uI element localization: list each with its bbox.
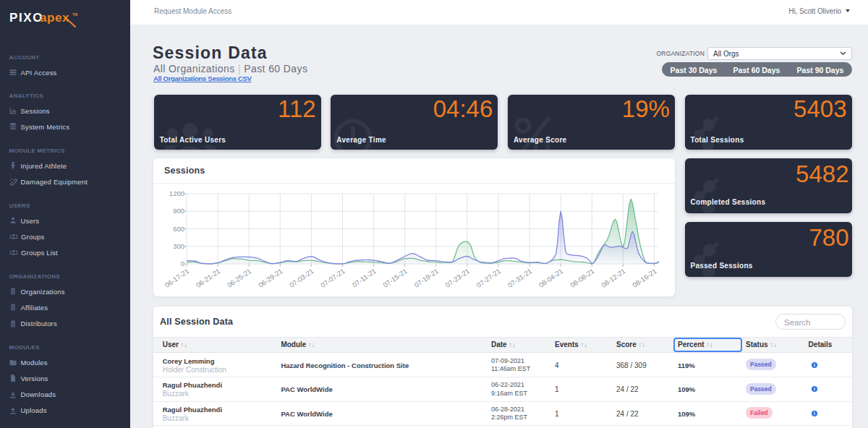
- svg-text:06-25-21: 06-25-21: [226, 267, 252, 289]
- svg-text:07-03-21: 07-03-21: [288, 267, 315, 289]
- svg-text:07-07-21: 07-07-21: [319, 267, 346, 289]
- svg-text:06-21-21: 06-21-21: [195, 267, 221, 289]
- svg-text:0: 0: [181, 260, 184, 268]
- svg-text:06-29-21: 06-29-21: [257, 267, 284, 289]
- svg-text:07-11-21: 07-11-21: [351, 267, 378, 288]
- svg-text:07-31-21: 07-31-21: [506, 267, 533, 289]
- svg-text:07-19-21: 07-19-21: [412, 267, 439, 289]
- svg-text:600: 600: [173, 225, 184, 233]
- svg-text:07-23-21: 07-23-21: [444, 267, 471, 289]
- svg-text:07-15-21: 07-15-21: [381, 267, 408, 289]
- svg-text:08-04-21: 08-04-21: [537, 267, 564, 289]
- svg-text:08-12-21: 08-12-21: [600, 267, 626, 289]
- svg-text:06-17-21: 06-17-21: [163, 267, 190, 289]
- svg-text:08-16-21: 08-16-21: [631, 267, 658, 289]
- svg-text:900: 900: [173, 207, 184, 215]
- svg-text:08-08-21: 08-08-21: [569, 267, 595, 289]
- svg-text:300: 300: [173, 242, 184, 250]
- svg-text:1200: 1200: [169, 189, 184, 197]
- svg-text:07-27-21: 07-27-21: [475, 267, 502, 289]
